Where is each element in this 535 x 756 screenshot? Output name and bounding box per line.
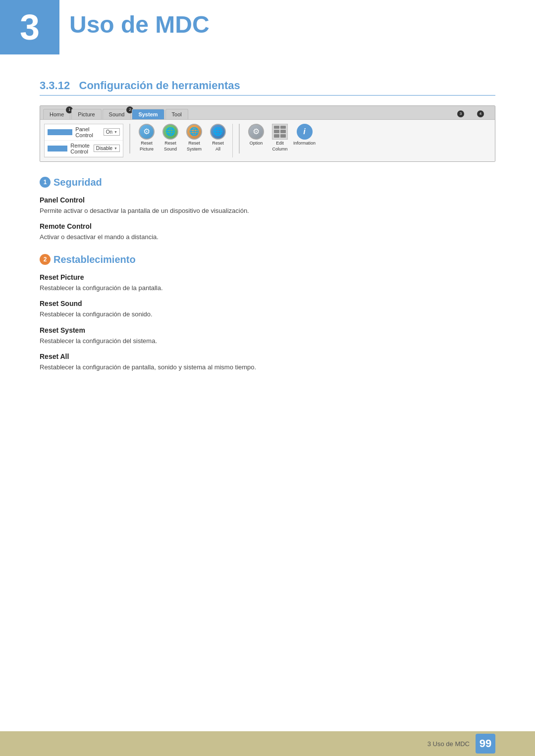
tab-badge-3: 3 xyxy=(457,110,464,117)
tab-picture[interactable]: Picture xyxy=(71,109,101,119)
ui-demo-screenshot: Home 1 Picture Sound 2 System Tool 3 4 xyxy=(40,105,495,162)
reset-picture-button[interactable]: ⚙ Reset Picture xyxy=(136,124,157,151)
grid-cell xyxy=(274,126,279,129)
item-reset-sound-title: Reset Sound xyxy=(40,300,495,307)
option-icon: ⚙ xyxy=(248,124,264,140)
option-button[interactable]: ⚙ Option xyxy=(246,124,267,146)
item-reset-sound-desc: Restablecer la configuración de sonido. xyxy=(40,309,495,319)
ui-body: Panel Control On ▼ Remote Control Disabl… xyxy=(40,120,495,161)
subsection-2-badge: 2 xyxy=(40,254,51,265)
tab-badge4-area: 4 xyxy=(471,108,490,119)
ui-row-remote-control: Remote Control Disable ▼ xyxy=(45,141,123,157)
grid-row xyxy=(274,130,286,133)
grid-cell xyxy=(280,130,286,133)
vertical-divider xyxy=(129,124,130,153)
remote-control-dropdown[interactable]: Disable ▼ xyxy=(94,145,120,152)
page-number: 99 xyxy=(476,734,495,754)
reset-system-button[interactable]: 🌐 Reset System xyxy=(184,124,205,151)
edit-column-label-2: Column xyxy=(272,147,287,151)
reset-sound-button[interactable]: 🌐 Reset Sound xyxy=(160,124,181,151)
grid-row xyxy=(274,134,286,138)
reset-system-label-1: Reset xyxy=(188,141,200,146)
item-reset-picture-title: Reset Picture xyxy=(40,273,495,281)
remote-control-label: Remote Control xyxy=(70,143,90,154)
item-remote-control-desc: Activar o desactivar el mando a distanci… xyxy=(40,232,495,242)
item-panel-control-title: Panel Control xyxy=(40,196,495,204)
reset-system-icon: 🌐 xyxy=(186,124,202,140)
ui-row-panel-control: Panel Control On ▼ xyxy=(45,124,123,141)
section-number: 3.3.12 xyxy=(40,79,70,92)
information-icon: i xyxy=(297,124,313,140)
tab-tool[interactable]: Tool xyxy=(165,109,188,119)
section-heading: 3.3.12 Configuración de herramientas xyxy=(40,79,495,96)
item-reset-all-title: Reset All xyxy=(40,353,495,360)
panel-control-value: On xyxy=(106,129,112,135)
tab-label: Home xyxy=(50,111,64,117)
vertical-divider-2 xyxy=(239,124,240,153)
row-indicator xyxy=(48,129,72,135)
tab-badge3-area: 3 xyxy=(451,108,470,119)
subsection-1-badge: 1 xyxy=(40,177,51,188)
tab-system[interactable]: System xyxy=(132,109,164,119)
reset-system-label-2: System xyxy=(187,147,202,151)
ui-right-buttons: ⚙ Option xyxy=(246,124,316,157)
page-content: 3.3.12 Configuración de herramientas Hom… xyxy=(40,79,495,374)
reset-picture-icon: ⚙ xyxy=(139,124,155,140)
ui-center-buttons: ⚙ Reset Picture 🌐 Reset Sound 🌐 R xyxy=(136,124,233,157)
panel-control-dropdown[interactable]: On ▼ xyxy=(104,128,120,136)
tab-label: Picture xyxy=(78,111,95,117)
globe-icon: 🌐 xyxy=(213,127,223,136)
ui-tabs-bar: Home 1 Picture Sound 2 System Tool 3 4 xyxy=(40,106,495,120)
grid-cell xyxy=(280,126,286,129)
section-title: Configuración de herramientas xyxy=(79,79,240,92)
item-remote-control-title: Remote Control xyxy=(40,222,495,230)
chapter-number: 3 xyxy=(20,9,40,45)
edit-column-button[interactable]: Edit Column xyxy=(269,124,290,151)
tab-sound[interactable]: Sound 2 xyxy=(103,109,131,119)
reset-picture-label-2: Picture xyxy=(140,147,154,151)
row-indicator xyxy=(48,146,67,151)
item-reset-picture-desc: Restablecer la configuración de la panta… xyxy=(40,283,495,293)
tab-label: Tool xyxy=(172,111,182,117)
grid-cell xyxy=(280,134,286,138)
grid-row xyxy=(274,126,286,129)
subsection-1-title: 1 Seguridad xyxy=(40,177,495,188)
reset-all-icon: 🌐 xyxy=(210,124,226,140)
chapter-title: Uso de MDC xyxy=(69,11,210,38)
page-footer: 3 Uso de MDC 99 xyxy=(0,731,535,756)
edit-column-icon xyxy=(272,124,288,140)
reset-all-label-2: All xyxy=(215,147,220,151)
information-label: Information xyxy=(293,141,316,146)
info-icon: i xyxy=(303,127,305,136)
reset-sound-label-1: Reset xyxy=(164,141,176,146)
gear-icon: ⚙ xyxy=(143,127,150,136)
item-reset-system-title: Reset System xyxy=(40,326,495,334)
reset-all-button[interactable]: 🌐 Reset All xyxy=(208,124,228,151)
tab-badge-4: 4 xyxy=(477,110,484,117)
footer-text: 3 Uso de MDC xyxy=(428,740,470,748)
chapter-number-box: 3 xyxy=(0,0,59,54)
gear-icon: ⚙ xyxy=(253,127,260,136)
tab-home[interactable]: Home 1 xyxy=(43,109,70,119)
subsection-2-label: Restablecimiento xyxy=(54,254,136,265)
globe-icon: 🌐 xyxy=(189,127,199,136)
grid-cell xyxy=(274,134,279,138)
item-reset-all-desc: Restablecer la configuración de pantalla… xyxy=(40,362,495,372)
globe-icon: 🌐 xyxy=(165,127,175,136)
edit-column-label-1: Edit xyxy=(276,141,284,146)
option-label: Option xyxy=(250,141,263,146)
grid-cell xyxy=(274,130,279,133)
remote-control-value: Disable xyxy=(96,146,112,151)
reset-all-label-1: Reset xyxy=(212,141,224,146)
subsection-1-label: Seguridad xyxy=(54,177,102,188)
reset-sound-label-2: Sound xyxy=(164,147,177,151)
tab-label: System xyxy=(138,111,158,117)
dropdown-arrow-icon: ▼ xyxy=(114,147,117,150)
item-panel-control-desc: Permite activar o desactivar la pantalla… xyxy=(40,206,495,216)
reset-sound-icon: 🌐 xyxy=(162,124,178,140)
panel-control-label: Panel Control xyxy=(75,126,100,138)
item-reset-system-desc: Restablecer la configuración del sistema… xyxy=(40,336,495,346)
tab-label: Sound xyxy=(109,111,125,117)
dropdown-arrow-icon: ▼ xyxy=(114,130,117,134)
information-button[interactable]: i Information xyxy=(293,124,316,146)
